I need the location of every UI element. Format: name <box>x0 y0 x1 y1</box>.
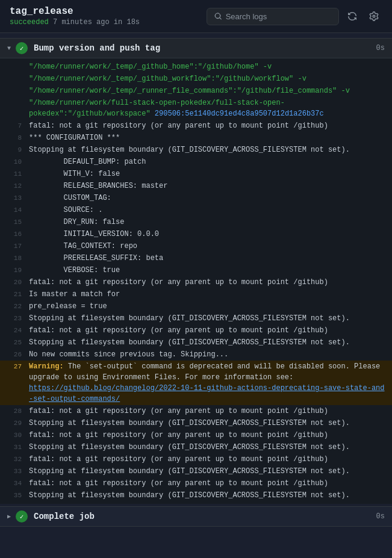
line-content: Stopping at filesystem boundary (GIT_DIS… <box>29 418 392 429</box>
log-line-warning: 27 Warning: The `set-output` command is … <box>0 361 392 405</box>
line-number: 29 <box>0 418 29 429</box>
log-line: "/home/runner/work/full-stack-open-poked… <box>0 97 392 120</box>
line-content: Warning: The `set-output` command is dep… <box>29 361 392 405</box>
section-complete-title: Complete job <box>34 512 376 521</box>
log-line: 25 Stopping at filesystem boundary (GIT_… <box>0 336 392 349</box>
line-content: VERBOSE: true <box>29 265 392 276</box>
line-number: 27 <box>0 361 29 372</box>
line-number: 22 <box>0 301 29 312</box>
timing-text: 7 minutes ago in 18s <box>53 18 140 26</box>
line-number: 26 <box>0 349 29 360</box>
line-number: 33 <box>0 466 29 477</box>
log-line: 20 fatal: not a git repository (or any p… <box>0 276 392 288</box>
log-line: 10 DEFAULT_BUMP: patch <box>0 156 392 168</box>
refresh-icon <box>347 11 357 21</box>
line-content: No new commits since previous tag. Skipp… <box>29 349 392 360</box>
line-content: fatal: not a git repository (or any pare… <box>29 430 392 441</box>
log-line: 9 Stopping at filesystem boundary (GIT_D… <box>0 144 392 156</box>
header: tag_release succeeded 7 minutes ago in 1… <box>0 0 392 33</box>
section-complete-time: 0s <box>376 512 385 521</box>
log-line: 22 pre_release = true <box>0 300 392 312</box>
line-content: fatal: not a git repository (or any pare… <box>29 120 392 131</box>
line-number: 24 <box>0 325 29 336</box>
log-line: 35 Stopping at filesystem boundary (GIT_… <box>0 489 392 501</box>
status-succeeded: succeeded <box>10 18 49 26</box>
header-right <box>207 8 382 25</box>
line-content: Stopping at filesystem boundary (GIT_DIS… <box>29 490 392 501</box>
line-content: *** CONFIGURATION *** <box>29 132 392 143</box>
log-content-bump: "/home/runner/work/_temp/_github_home":"… <box>0 58 392 504</box>
refresh-button[interactable] <box>344 8 361 25</box>
log-line: 17 TAG_CONTEXT: repo <box>0 240 392 252</box>
warning-link[interactable]: https://github.blog/changelog/2022-10-11… <box>29 384 385 403</box>
log-line: 14 SOURCE: . <box>0 204 392 216</box>
line-content: pre_release = true <box>29 301 392 312</box>
section-check-icon: ✓ <box>16 42 28 54</box>
line-number: 8 <box>0 132 29 143</box>
line-number: 18 <box>0 253 29 264</box>
log-line: 7 fatal: not a git repository (or any pa… <box>0 120 392 132</box>
section-bump-title: Bump version and push tag <box>34 43 376 53</box>
line-number: 16 <box>0 229 29 240</box>
log-line: "/home/runner/work/_temp/_github_home":"… <box>0 61 392 73</box>
log-line: 21 Is master a match for <box>0 288 392 300</box>
line-number: 28 <box>0 406 29 417</box>
log-line: 12 RELEASE_BRANCHES: master <box>0 180 392 192</box>
line-content: fatal: not a git repository (or any pare… <box>29 478 392 489</box>
line-content: fatal: not a git repository (or any pare… <box>29 454 392 465</box>
line-number: 34 <box>0 478 29 489</box>
line-content: Stopping at filesystem boundary (GIT_DIS… <box>29 466 392 477</box>
log-line: 15 DRY_RUN: false <box>0 216 392 228</box>
search-box[interactable] <box>207 8 339 25</box>
line-number: 7 <box>0 120 29 131</box>
line-content: fatal: not a git repository (or any pare… <box>29 325 392 336</box>
line-content: WITH_V: false <box>29 169 392 179</box>
log-line: "/home/runner/work/_temp/_github_workflo… <box>0 73 392 85</box>
line-number: 21 <box>0 289 29 300</box>
search-input[interactable] <box>226 12 331 21</box>
log-line: 26 No new commits since previous tag. Sk… <box>0 349 392 361</box>
log-line: 11 WITH_V: false <box>0 168 392 180</box>
section-bump-version[interactable]: ▼ ✓ Bump version and push tag 0s <box>0 38 392 58</box>
line-content: Stopping at filesystem boundary (GIT_DIS… <box>29 313 392 324</box>
settings-button[interactable] <box>366 8 382 25</box>
line-content: "/home/runner/work/_temp/_github_home":"… <box>29 61 392 72</box>
log-line: 8 *** CONFIGURATION *** <box>0 132 392 144</box>
log-line: 13 CUSTOM_TAG: <box>0 192 392 204</box>
line-number: 23 <box>0 313 29 324</box>
line-content: INITIAL_VERSION: 0.0.0 <box>29 229 392 240</box>
line-content: SOURCE: . <box>29 205 392 215</box>
line-number: 35 <box>0 490 29 501</box>
log-line: 23 Stopping at filesystem boundary (GIT_… <box>0 312 392 324</box>
line-content: CUSTOM_TAG: <box>29 193 392 203</box>
line-number: 9 <box>0 144 29 155</box>
log-line: 32 fatal: not a git repository (or any p… <box>0 453 392 465</box>
chevron-right-icon: ▶ <box>7 513 11 520</box>
section-complete-job[interactable]: ▶ ✓ Complete job 0s <box>0 506 392 527</box>
section-bump-time: 0s <box>376 44 385 52</box>
log-line: 31 Stopping at filesystem boundary (GIT_… <box>0 441 392 453</box>
chevron-down-icon: ▼ <box>7 45 11 52</box>
log-line: 18 PRERELEASE_SUFFIX: beta <box>0 252 392 264</box>
log-line: 34 fatal: not a git repository (or any p… <box>0 477 392 489</box>
line-number: 25 <box>0 337 29 348</box>
section-check-icon-complete: ✓ <box>16 510 28 522</box>
line-number: 30 <box>0 430 29 441</box>
line-number: 10 <box>0 157 29 167</box>
log-line: 16 INITIAL_VERSION: 0.0.0 <box>0 228 392 240</box>
log-line: 29 Stopping at filesystem boundary (GIT_… <box>0 417 392 429</box>
line-number: 13 <box>0 193 29 203</box>
line-content: Stopping at filesystem boundary (GIT_DIS… <box>29 442 392 453</box>
job-status: succeeded 7 minutes ago in 18s <box>10 18 140 26</box>
line-content: Stopping at filesystem boundary (GIT_DIS… <box>29 337 392 348</box>
log-line: 19 VERBOSE: true <box>0 264 392 276</box>
line-content: fatal: not a git repository (or any pare… <box>29 406 392 417</box>
log-line: 30 fatal: not a git repository (or any p… <box>0 429 392 441</box>
line-number: 12 <box>0 181 29 191</box>
gear-icon <box>369 11 379 21</box>
main-content: ▼ ✓ Bump version and push tag 0s "/home/… <box>0 33 392 532</box>
line-content: Stopping at filesystem boundary (GIT_DIS… <box>29 144 392 155</box>
line-number: 20 <box>0 277 29 288</box>
log-line: 33 Stopping at filesystem boundary (GIT_… <box>0 465 392 477</box>
line-number: 14 <box>0 205 29 215</box>
